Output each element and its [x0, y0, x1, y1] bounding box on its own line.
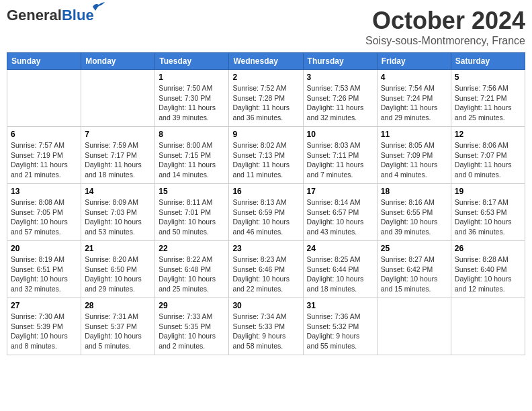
day-number: 24: [307, 244, 373, 253]
day-number: 22: [159, 244, 225, 253]
day-info: Sunrise: 8:23 AM Sunset: 6:46 PM Dayligh…: [232, 255, 299, 294]
day-info: Sunrise: 7:31 AM Sunset: 5:37 PM Dayligh…: [85, 312, 151, 351]
calendar-cell: 13Sunrise: 8:08 AM Sunset: 7:05 PM Dayli…: [7, 184, 81, 241]
calendar-cell: 15Sunrise: 8:11 AM Sunset: 7:01 PM Dayli…: [155, 184, 229, 241]
day-info: Sunrise: 8:00 AM Sunset: 7:15 PM Dayligh…: [159, 140, 225, 180]
col-header-saturday: Saturday: [451, 53, 525, 70]
location: Soisy-sous-Montmorency, France: [365, 35, 525, 47]
day-number: 17: [307, 187, 373, 196]
day-number: 19: [455, 187, 521, 196]
day-number: 10: [307, 130, 373, 139]
col-header-wednesday: Wednesday: [229, 53, 303, 70]
calendar-cell: [81, 70, 155, 127]
day-number: 25: [381, 244, 447, 253]
day-info: Sunrise: 8:20 AM Sunset: 6:50 PM Dayligh…: [85, 255, 151, 294]
calendar-cell: 23Sunrise: 8:23 AM Sunset: 6:46 PM Dayli…: [229, 241, 303, 298]
day-info: Sunrise: 8:09 AM Sunset: 7:03 PM Dayligh…: [85, 197, 151, 237]
day-info: Sunrise: 8:27 AM Sunset: 6:42 PM Dayligh…: [381, 255, 447, 294]
calendar-cell: 14Sunrise: 8:09 AM Sunset: 7:03 PM Dayli…: [81, 184, 155, 241]
day-number: 11: [381, 130, 447, 139]
calendar-header-row: SundayMondayTuesdayWednesdayThursdayFrid…: [7, 53, 525, 70]
calendar-cell: 21Sunrise: 8:20 AM Sunset: 6:50 PM Dayli…: [81, 241, 155, 298]
calendar-cell: 27Sunrise: 7:30 AM Sunset: 5:39 PM Dayli…: [7, 298, 81, 355]
day-info: Sunrise: 7:54 AM Sunset: 7:24 PM Dayligh…: [381, 83, 447, 123]
col-header-friday: Friday: [377, 53, 451, 70]
day-info: Sunrise: 7:52 AM Sunset: 7:28 PM Dayligh…: [232, 83, 299, 123]
day-number: 14: [85, 187, 151, 196]
week-row-5: 27Sunrise: 7:30 AM Sunset: 5:39 PM Dayli…: [7, 298, 525, 355]
day-number: 3: [307, 73, 373, 82]
day-number: 5: [455, 73, 521, 82]
calendar-cell: 8Sunrise: 8:00 AM Sunset: 7:15 PM Daylig…: [155, 127, 229, 184]
day-number: 21: [85, 244, 151, 253]
day-info: Sunrise: 7:59 AM Sunset: 7:17 PM Dayligh…: [85, 140, 151, 180]
title-block: October 2024 Soisy-sous-Montmorency, Fra…: [365, 7, 525, 47]
day-number: 13: [11, 187, 77, 196]
day-number: 12: [455, 130, 521, 139]
page-header: GeneralBlue October 2024 Soisy-sous-Mont…: [7, 7, 525, 47]
calendar-cell: 25Sunrise: 8:27 AM Sunset: 6:42 PM Dayli…: [377, 241, 451, 298]
calendar-cell: 29Sunrise: 7:33 AM Sunset: 5:35 PM Dayli…: [155, 298, 229, 355]
day-info: Sunrise: 8:13 AM Sunset: 6:59 PM Dayligh…: [232, 197, 299, 237]
col-header-tuesday: Tuesday: [155, 53, 229, 70]
day-info: Sunrise: 8:16 AM Sunset: 6:55 PM Dayligh…: [381, 197, 447, 237]
day-number: 26: [455, 244, 521, 253]
day-number: 9: [232, 130, 299, 139]
calendar-cell: 12Sunrise: 8:06 AM Sunset: 7:07 PM Dayli…: [451, 127, 525, 184]
week-row-2: 6Sunrise: 7:57 AM Sunset: 7:19 PM Daylig…: [7, 127, 525, 184]
calendar-cell: 26Sunrise: 8:28 AM Sunset: 6:40 PM Dayli…: [451, 241, 525, 298]
day-info: Sunrise: 8:06 AM Sunset: 7:07 PM Dayligh…: [455, 140, 521, 180]
calendar-cell: 31Sunrise: 7:36 AM Sunset: 5:32 PM Dayli…: [303, 298, 377, 355]
day-info: Sunrise: 7:56 AM Sunset: 7:21 PM Dayligh…: [455, 83, 521, 123]
calendar-cell: 20Sunrise: 8:19 AM Sunset: 6:51 PM Dayli…: [7, 241, 81, 298]
day-info: Sunrise: 8:08 AM Sunset: 7:05 PM Dayligh…: [11, 197, 77, 237]
day-number: 30: [232, 301, 299, 310]
day-number: 1: [159, 73, 225, 82]
calendar-cell: [451, 298, 525, 355]
col-header-thursday: Thursday: [303, 53, 377, 70]
day-info: Sunrise: 8:14 AM Sunset: 6:57 PM Dayligh…: [307, 197, 373, 237]
day-info: Sunrise: 7:57 AM Sunset: 7:19 PM Dayligh…: [11, 140, 77, 180]
day-info: Sunrise: 8:25 AM Sunset: 6:44 PM Dayligh…: [307, 255, 373, 294]
day-number: 7: [85, 130, 151, 139]
calendar-cell: 18Sunrise: 8:16 AM Sunset: 6:55 PM Dayli…: [377, 184, 451, 241]
calendar-cell: 22Sunrise: 8:22 AM Sunset: 6:48 PM Dayli…: [155, 241, 229, 298]
calendar-cell: 11Sunrise: 8:05 AM Sunset: 7:09 PM Dayli…: [377, 127, 451, 184]
calendar-cell: 19Sunrise: 8:17 AM Sunset: 6:53 PM Dayli…: [451, 184, 525, 241]
day-number: 28: [85, 301, 151, 310]
day-info: Sunrise: 7:34 AM Sunset: 5:33 PM Dayligh…: [232, 312, 299, 351]
week-row-4: 20Sunrise: 8:19 AM Sunset: 6:51 PM Dayli…: [7, 241, 525, 298]
calendar-table: SundayMondayTuesdayWednesdayThursdayFrid…: [7, 52, 525, 355]
col-header-sunday: Sunday: [7, 53, 81, 70]
day-number: 23: [232, 244, 299, 253]
day-number: 6: [11, 130, 77, 139]
logo-blue: Blue: [62, 7, 94, 24]
calendar-cell: [377, 298, 451, 355]
day-info: Sunrise: 8:22 AM Sunset: 6:48 PM Dayligh…: [159, 255, 225, 294]
day-info: Sunrise: 7:33 AM Sunset: 5:35 PM Dayligh…: [159, 312, 225, 351]
logo: GeneralBlue: [7, 7, 94, 24]
day-info: Sunrise: 7:53 AM Sunset: 7:26 PM Dayligh…: [307, 83, 373, 123]
day-number: 20: [11, 244, 77, 253]
calendar-cell: 17Sunrise: 8:14 AM Sunset: 6:57 PM Dayli…: [303, 184, 377, 241]
calendar-cell: 5Sunrise: 7:56 AM Sunset: 7:21 PM Daylig…: [451, 70, 525, 127]
calendar-cell: 4Sunrise: 7:54 AM Sunset: 7:24 PM Daylig…: [377, 70, 451, 127]
calendar-cell: 28Sunrise: 7:31 AM Sunset: 5:37 PM Dayli…: [81, 298, 155, 355]
day-info: Sunrise: 8:19 AM Sunset: 6:51 PM Dayligh…: [11, 255, 77, 294]
day-info: Sunrise: 8:02 AM Sunset: 7:13 PM Dayligh…: [232, 140, 299, 180]
day-number: 29: [159, 301, 225, 310]
day-info: Sunrise: 8:05 AM Sunset: 7:09 PM Dayligh…: [381, 140, 447, 180]
day-info: Sunrise: 7:50 AM Sunset: 7:30 PM Dayligh…: [159, 83, 225, 123]
calendar-cell: 6Sunrise: 7:57 AM Sunset: 7:19 PM Daylig…: [7, 127, 81, 184]
calendar-cell: 9Sunrise: 8:02 AM Sunset: 7:13 PM Daylig…: [229, 127, 303, 184]
col-header-monday: Monday: [81, 53, 155, 70]
calendar-cell: [7, 70, 81, 127]
day-number: 18: [381, 187, 447, 196]
calendar-cell: 2Sunrise: 7:52 AM Sunset: 7:28 PM Daylig…: [229, 70, 303, 127]
calendar-cell: 3Sunrise: 7:53 AM Sunset: 7:26 PM Daylig…: [303, 70, 377, 127]
calendar-cell: 24Sunrise: 8:25 AM Sunset: 6:44 PM Dayli…: [303, 241, 377, 298]
week-row-3: 13Sunrise: 8:08 AM Sunset: 7:05 PM Dayli…: [7, 184, 525, 241]
day-info: Sunrise: 8:03 AM Sunset: 7:11 PM Dayligh…: [307, 140, 373, 180]
calendar-cell: 16Sunrise: 8:13 AM Sunset: 6:59 PM Dayli…: [229, 184, 303, 241]
day-number: 31: [307, 301, 373, 310]
